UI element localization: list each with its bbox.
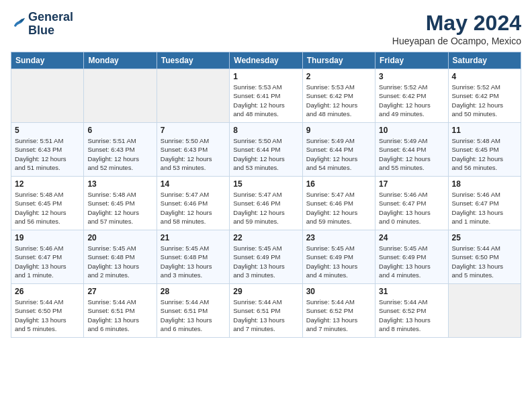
calendar-cell: 9Sunrise: 5:49 AM Sunset: 6:44 PM Daylig… [302,123,375,177]
calendar-cell: 3Sunrise: 5:52 AM Sunset: 6:42 PM Daylig… [375,69,448,123]
calendar-cell: 1Sunrise: 5:53 AM Sunset: 6:41 PM Daylig… [230,69,302,123]
day-info: Sunrise: 5:50 AM Sunset: 6:43 PM Dayligh… [161,136,226,172]
day-number: 31 [379,287,444,296]
calendar-cell: 29Sunrise: 5:44 AM Sunset: 6:51 PM Dayli… [230,284,302,338]
calendar-cell: 11Sunrise: 5:48 AM Sunset: 6:45 PM Dayli… [448,123,521,177]
day-info: Sunrise: 5:51 AM Sunset: 6:43 PM Dayligh… [87,136,152,172]
calendar-cell: 31Sunrise: 5:44 AM Sunset: 6:52 PM Dayli… [375,284,448,338]
day-info: Sunrise: 5:47 AM Sunset: 6:46 PM Dayligh… [233,190,298,226]
weekday-header-friday: Friday [375,52,448,69]
month-title: May 2024 [392,11,521,36]
day-info: Sunrise: 5:48 AM Sunset: 6:45 PM Dayligh… [15,190,80,226]
day-number: 14 [161,179,226,189]
calendar-cell: 25Sunrise: 5:44 AM Sunset: 6:50 PM Dayli… [448,230,521,284]
calendar-cell: 18Sunrise: 5:46 AM Sunset: 6:47 PM Dayli… [448,177,521,230]
calendar-cell: 26Sunrise: 5:44 AM Sunset: 6:50 PM Dayli… [11,284,84,338]
day-info: Sunrise: 5:53 AM Sunset: 6:41 PM Dayligh… [233,83,298,118]
day-number: 8 [233,126,298,135]
calendar-cell: 17Sunrise: 5:46 AM Sunset: 6:47 PM Dayli… [375,177,448,230]
location-subtitle: Hueyapan de Ocampo, Mexico [392,36,521,46]
day-number: 20 [87,233,152,242]
day-info: Sunrise: 5:44 AM Sunset: 6:51 PM Dayligh… [161,298,226,333]
calendar-cell: 12Sunrise: 5:48 AM Sunset: 6:45 PM Dayli… [11,177,84,230]
calendar-table: SundayMondayTuesdayWednesdayThursdayFrid… [11,52,521,338]
day-info: Sunrise: 5:44 AM Sunset: 6:51 PM Dayligh… [233,298,298,333]
day-number: 19 [15,233,80,242]
calendar-cell: 13Sunrise: 5:48 AM Sunset: 6:45 PM Dayli… [84,177,157,230]
day-number: 16 [306,179,371,189]
calendar-cell: 7Sunrise: 5:50 AM Sunset: 6:43 PM Daylig… [157,123,229,177]
day-info: Sunrise: 5:47 AM Sunset: 6:46 PM Dayligh… [306,190,371,226]
calendar-week-row: 19Sunrise: 5:46 AM Sunset: 6:47 PM Dayli… [11,230,521,284]
weekday-header-tuesday: Tuesday [157,52,229,69]
weekday-header-sunday: Sunday [11,52,84,69]
day-info: Sunrise: 5:52 AM Sunset: 6:42 PM Dayligh… [379,83,444,118]
calendar-cell: 21Sunrise: 5:45 AM Sunset: 6:48 PM Dayli… [157,230,229,284]
day-number: 3 [379,72,444,81]
calendar-cell: 4Sunrise: 5:52 AM Sunset: 6:42 PM Daylig… [448,69,521,123]
day-number: 6 [87,126,152,135]
day-info: Sunrise: 5:53 AM Sunset: 6:42 PM Dayligh… [306,83,371,118]
calendar-cell: 22Sunrise: 5:45 AM Sunset: 6:49 PM Dayli… [230,230,302,284]
day-info: Sunrise: 5:52 AM Sunset: 6:42 PM Dayligh… [452,83,517,118]
calendar-week-row: 5Sunrise: 5:51 AM Sunset: 6:43 PM Daylig… [11,123,521,177]
day-number: 26 [15,287,80,296]
day-number: 29 [233,287,298,296]
day-info: Sunrise: 5:44 AM Sunset: 6:50 PM Dayligh… [452,244,517,279]
day-info: Sunrise: 5:46 AM Sunset: 6:47 PM Dayligh… [379,190,444,226]
logo-text: General Blue [28,11,73,38]
day-number: 23 [306,233,371,242]
calendar-cell: 14Sunrise: 5:47 AM Sunset: 6:46 PM Dayli… [157,177,229,230]
calendar-cell [11,69,84,123]
calendar-cell: 2Sunrise: 5:53 AM Sunset: 6:42 PM Daylig… [302,69,375,123]
day-info: Sunrise: 5:44 AM Sunset: 6:51 PM Dayligh… [87,298,152,333]
day-number: 30 [306,287,371,296]
day-info: Sunrise: 5:49 AM Sunset: 6:44 PM Dayligh… [379,136,444,172]
day-number: 5 [15,126,80,135]
day-number: 2 [306,72,371,81]
weekday-header-wednesday: Wednesday [230,52,302,69]
calendar-cell: 16Sunrise: 5:47 AM Sunset: 6:46 PM Dayli… [302,177,375,230]
calendar-cell: 28Sunrise: 5:44 AM Sunset: 6:51 PM Dayli… [157,284,229,338]
day-info: Sunrise: 5:46 AM Sunset: 6:47 PM Dayligh… [15,244,80,279]
title-block: May 2024 Hueyapan de Ocampo, Mexico [392,11,521,46]
calendar-cell: 10Sunrise: 5:49 AM Sunset: 6:44 PM Dayli… [375,123,448,177]
day-info: Sunrise: 5:44 AM Sunset: 6:52 PM Dayligh… [379,298,444,333]
day-number: 28 [161,287,226,296]
weekday-header-saturday: Saturday [448,52,521,69]
day-number: 11 [452,126,517,135]
page-header: General Blue May 2024 Hueyapan de Ocampo… [11,11,521,46]
day-info: Sunrise: 5:45 AM Sunset: 6:48 PM Dayligh… [87,244,152,279]
day-number: 22 [233,233,298,242]
day-number: 1 [233,72,298,81]
day-number: 15 [233,179,298,189]
calendar-cell: 23Sunrise: 5:45 AM Sunset: 6:49 PM Dayli… [302,230,375,284]
day-number: 12 [15,179,80,189]
day-number: 9 [306,126,371,135]
logo: General Blue [11,11,73,38]
day-info: Sunrise: 5:49 AM Sunset: 6:44 PM Dayligh… [306,136,371,172]
day-info: Sunrise: 5:51 AM Sunset: 6:43 PM Dayligh… [15,136,80,172]
day-info: Sunrise: 5:44 AM Sunset: 6:52 PM Dayligh… [306,298,371,333]
day-info: Sunrise: 5:44 AM Sunset: 6:50 PM Dayligh… [15,298,80,333]
calendar-cell: 6Sunrise: 5:51 AM Sunset: 6:43 PM Daylig… [84,123,157,177]
day-info: Sunrise: 5:47 AM Sunset: 6:46 PM Dayligh… [161,190,226,226]
logo-bird-icon [11,15,27,31]
calendar-cell: 5Sunrise: 5:51 AM Sunset: 6:43 PM Daylig… [11,123,84,177]
weekday-header-thursday: Thursday [302,52,375,69]
day-info: Sunrise: 5:45 AM Sunset: 6:48 PM Dayligh… [161,244,226,279]
day-number: 17 [379,179,444,189]
day-number: 7 [161,126,226,135]
calendar-cell: 24Sunrise: 5:45 AM Sunset: 6:49 PM Dayli… [375,230,448,284]
calendar-week-row: 1Sunrise: 5:53 AM Sunset: 6:41 PM Daylig… [11,69,521,123]
day-number: 13 [87,179,152,189]
day-number: 27 [87,287,152,296]
calendar-cell: 20Sunrise: 5:45 AM Sunset: 6:48 PM Dayli… [84,230,157,284]
day-info: Sunrise: 5:45 AM Sunset: 6:49 PM Dayligh… [379,244,444,279]
calendar-week-row: 12Sunrise: 5:48 AM Sunset: 6:45 PM Dayli… [11,177,521,230]
calendar-cell: 19Sunrise: 5:46 AM Sunset: 6:47 PM Dayli… [11,230,84,284]
weekday-header-row: SundayMondayTuesdayWednesdayThursdayFrid… [11,52,521,69]
calendar-cell: 8Sunrise: 5:50 AM Sunset: 6:44 PM Daylig… [230,123,302,177]
day-info: Sunrise: 5:48 AM Sunset: 6:45 PM Dayligh… [87,190,152,226]
day-number: 18 [452,179,517,189]
